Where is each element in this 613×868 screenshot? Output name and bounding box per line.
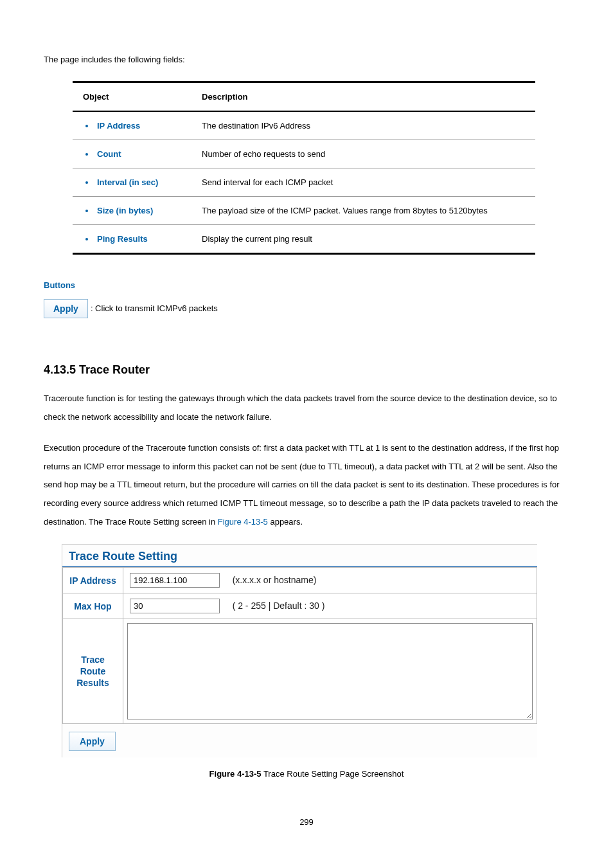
fields-intro: The page includes the following fields: [44, 51, 569, 68]
max-hop-hint: ( 2 - 255 | Default : 30 ) [233, 601, 325, 611]
section-para-2: Execution procedure of the Traceroute fu… [44, 439, 569, 531]
object-label: Count [85, 149, 181, 159]
results-textarea[interactable] [127, 623, 533, 719]
max-hop-label: Max Hop [63, 593, 123, 619]
form-row-ip: IP Address (x.x.x.x or hostname) [63, 568, 537, 593]
object-description: The destination IPv6 Address [191, 111, 535, 140]
table-row: Ping Results Display the current ping re… [73, 225, 535, 254]
section-para2-a: Execution procedure of the Traceroute fu… [44, 443, 560, 526]
table-row: Interval (in sec) Send interval for each… [73, 168, 535, 197]
section-para2-b: appears. [268, 517, 303, 527]
ip-address-input[interactable] [130, 573, 220, 588]
max-hop-input[interactable] [130, 599, 220, 613]
results-label: Trace Route Results [63, 619, 123, 724]
form-row-maxhop: Max Hop ( 2 - 255 | Default : 30 ) [63, 593, 537, 619]
trace-route-screenshot: Trace Route Setting IP Address (x.x.x.x … [62, 544, 537, 757]
object-label: Interval (in sec) [85, 177, 181, 187]
apply-button-doc: Apply [44, 299, 88, 318]
trace-route-form: IP Address (x.x.x.x or hostname) Max Hop… [62, 567, 537, 724]
object-description: Send interval for each ICMP packet [191, 168, 535, 197]
figure-link[interactable]: Figure 4-13-5 [218, 517, 268, 527]
ip-address-label: IP Address [63, 568, 123, 593]
col-description-header: Description [191, 82, 535, 112]
object-description: Number of echo requests to send [191, 140, 535, 168]
fields-table: Object Description IP Address The destin… [73, 81, 535, 255]
section-title: 4.13.5 Trace Router [44, 363, 569, 377]
object-label: Size (in bytes) [85, 206, 181, 215]
table-row: Size (in bytes) The payload size of the … [73, 197, 535, 225]
apply-button[interactable]: Apply [69, 732, 116, 751]
object-description: The payload size of the ICMP packet. Val… [191, 197, 535, 225]
object-label: Ping Results [85, 234, 181, 244]
section-para-1: Traceroute function is for testing the g… [44, 390, 569, 426]
figure-caption: Figure 4-13-5 Trace Route Setting Page S… [44, 769, 569, 779]
ip-address-hint: (x.x.x.x or hostname) [233, 575, 317, 585]
figure-caption-number: Figure 4-13-5 [209, 769, 262, 779]
panel-title: Trace Route Setting [62, 546, 537, 567]
form-row-results: Trace Route Results [63, 619, 537, 724]
apply-button-desc: : Click to transmit ICMPv6 packets [91, 300, 218, 317]
table-row: IP Address The destination IPv6 Address [73, 111, 535, 140]
table-row: Count Number of echo requests to send [73, 140, 535, 168]
col-object-header: Object [73, 82, 191, 112]
figure-caption-text: Trace Route Setting Page Screenshot [262, 769, 404, 779]
object-description: Display the current ping result [191, 225, 535, 254]
page-number: 299 [44, 817, 569, 827]
buttons-heading: Buttons [44, 280, 569, 290]
object-label: IP Address [85, 121, 181, 131]
